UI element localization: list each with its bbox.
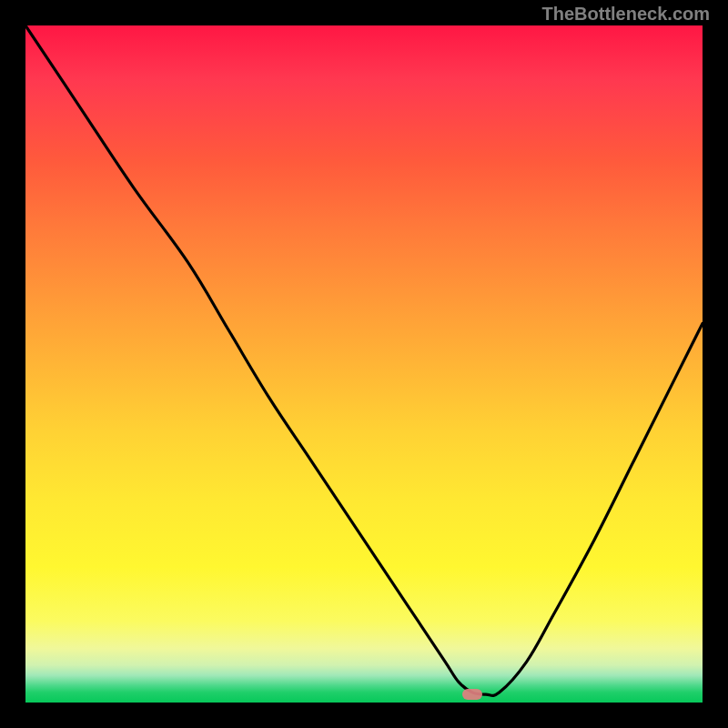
- curve-svg: [25, 25, 703, 703]
- plot-area: [25, 25, 703, 703]
- bottleneck-curve: [25, 25, 703, 695]
- optimal-point-marker: [462, 689, 482, 700]
- chart-container: TheBottleneck.com: [0, 0, 728, 728]
- watermark-text: TheBottleneck.com: [542, 4, 710, 25]
